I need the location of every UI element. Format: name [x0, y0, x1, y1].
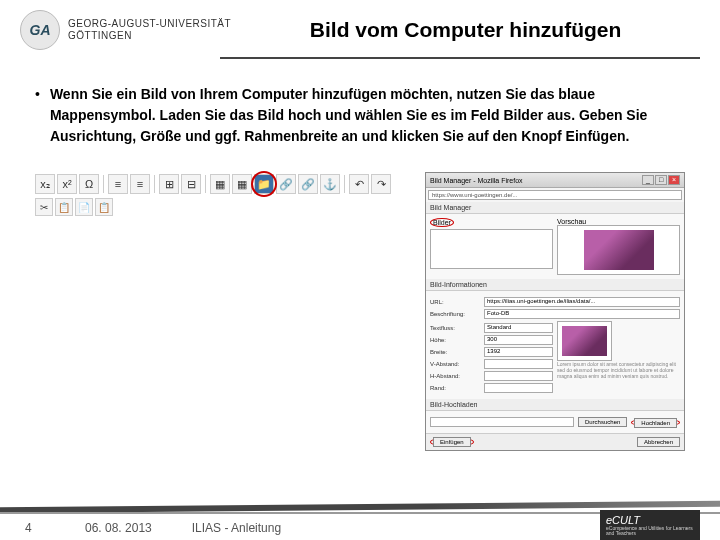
table-icon: ▦ — [210, 174, 230, 194]
dialog-body-top: Bilder Vorschau — [426, 214, 684, 279]
slide-content: • Wenn Sie ein Bild von Ihrem Computer h… — [0, 59, 720, 157]
university-logo-area: GA GEORG-AUGUST-UNIVERSITÄT GÖTTINGEN — [20, 10, 231, 50]
dialog-titlebar: Bild Manager - Mozilla Firefox _ □ × — [426, 173, 684, 188]
label-textfluss: Textfluss: — [430, 325, 480, 331]
section-upload: Bild-Hochladen — [426, 399, 684, 411]
separator — [154, 175, 155, 193]
omega-icon: Ω — [79, 174, 99, 194]
label-rand: Rand: — [430, 385, 480, 391]
indent-icon: ⊟ — [181, 174, 201, 194]
folder-icon-circled: 📁 — [254, 174, 274, 194]
input-textfluss: Standard — [484, 323, 553, 333]
dialog-body-info: URL: https://ilias.uni-goettingen.de/ili… — [426, 291, 684, 399]
logo-initials: GA — [30, 22, 51, 38]
separator — [344, 175, 345, 193]
list-icon: ≡ — [108, 174, 128, 194]
input-habstand — [484, 371, 553, 381]
image-list — [430, 229, 553, 269]
input-hoehe: 300 — [484, 335, 553, 345]
minimize-icon: _ — [642, 175, 654, 185]
dialog-screenshot: Bild Manager - Mozilla Firefox _ □ × htt… — [425, 172, 685, 451]
anchor-icon: ⚓ — [320, 174, 340, 194]
maximize-icon: □ — [655, 175, 667, 185]
label-habstand: H-Abstand: — [430, 373, 480, 379]
section-bilder: Bilder — [430, 218, 553, 227]
numlist-icon: ≡ — [130, 174, 150, 194]
btn-durchsuchen: Durchsuchen — [578, 417, 627, 427]
label-hoehe: Höhe: — [430, 337, 480, 343]
window-buttons: _ □ × — [642, 175, 680, 185]
university-name: GEORG-AUGUST-UNIVERSITÄT GÖTTINGEN — [68, 18, 231, 42]
thumb-preview — [557, 321, 612, 361]
undo-icon: ↶ — [349, 174, 369, 194]
paste-icon: 📄 — [75, 198, 93, 216]
copy-icon: 📋 — [55, 198, 73, 216]
redo-icon: ↷ — [371, 174, 391, 194]
bullet-item: • Wenn Sie ein Bild von Ihrem Computer h… — [35, 84, 685, 147]
section-vorschau: Vorschau — [557, 218, 680, 225]
separator — [103, 175, 104, 193]
input-url: https://ilias.uni-goettingen.de/ilias/da… — [484, 297, 680, 307]
btn-abbrechen: Abbrechen — [637, 437, 680, 447]
subscript-icon: x₂ — [35, 174, 55, 194]
link-icon: 🔗 — [276, 174, 296, 194]
ecult-logo: eCULT eCompetence and Utilities for Lear… — [600, 510, 700, 540]
preview-box — [557, 225, 680, 275]
page-number: 4 — [25, 521, 45, 535]
upload-path — [430, 417, 574, 427]
btn-hochladen-circled: Hochladen — [631, 418, 680, 427]
outdent-icon: ⊞ — [159, 174, 179, 194]
logo-seal: GA — [20, 10, 60, 50]
figures-area: x₂ x² Ω ≡ ≡ ⊞ ⊟ ▦ ▦ 📁 🔗 🔗 ⚓ ↶ ↷ ✂ 📋 📄 📋 — [0, 157, 720, 466]
input-beschriftung: Foto-DB — [484, 309, 680, 319]
slide-header: GA GEORG-AUGUST-UNIVERSITÄT GÖTTINGEN Bi… — [0, 0, 720, 55]
uni-line2: GÖTTINGEN — [68, 30, 231, 42]
toolbar-row-2: ✂ 📋 📄 📋 — [35, 196, 415, 218]
separator — [205, 175, 206, 193]
dialog-body-upload: Durchsuchen Hochladen — [426, 411, 684, 433]
input-breite: 1392 — [484, 347, 553, 357]
uni-line1: GEORG-AUGUST-UNIVERSITÄT — [68, 18, 231, 30]
dialog-title: Bild Manager - Mozilla Firefox — [430, 177, 523, 184]
lorem-text: Lorem ipsum dolor sit amet consectetur a… — [557, 361, 680, 379]
preview-image — [584, 230, 654, 270]
dialog-tab-header: Bild Manager — [426, 202, 684, 214]
paste2-icon: 📋 — [95, 198, 113, 216]
label-beschriftung: Beschriftung: — [430, 311, 480, 317]
superscript-icon: x² — [57, 174, 77, 194]
cut-icon: ✂ — [35, 198, 53, 216]
dialog-url-bar: https://www.uni-goettingen.de/... — [428, 190, 682, 200]
unlink-icon: 🔗 — [298, 174, 318, 194]
footer-doc-title: ILIAS - Anleitung — [192, 521, 281, 535]
toolbar-screenshot: x₂ x² Ω ≡ ≡ ⊞ ⊟ ▦ ▦ 📁 🔗 🔗 ⚓ ↶ ↷ ✂ 📋 📄 📋 — [35, 172, 415, 218]
dialog-footer: Einfügen Abbrechen — [426, 433, 684, 450]
btn-einfuegen-circled: Einfügen — [430, 437, 474, 447]
section-info: Bild-Informationen — [426, 279, 684, 291]
input-vabstand — [484, 359, 553, 369]
label-breite: Breite: — [430, 349, 480, 355]
instruction-text: Wenn Sie ein Bild von Ihrem Computer hin… — [50, 84, 685, 147]
label-vabstand: V-Abstand: — [430, 361, 480, 367]
footer-date: 06. 08. 2013 — [85, 521, 152, 535]
close-icon: × — [668, 175, 680, 185]
label-url: URL: — [430, 299, 480, 305]
slide-title: Bild vom Computer hinzufügen — [231, 18, 700, 42]
input-rand — [484, 383, 553, 393]
ecult-subtitle: eCompetence and Utilities for Learners a… — [606, 526, 694, 536]
bullet-marker: • — [35, 84, 40, 147]
toolbar-row-1: x₂ x² Ω ≡ ≡ ⊞ ⊟ ▦ ▦ 📁 🔗 🔗 ⚓ ↶ ↷ — [35, 172, 415, 196]
table2-icon: ▦ — [232, 174, 252, 194]
thumb-img — [562, 326, 607, 356]
